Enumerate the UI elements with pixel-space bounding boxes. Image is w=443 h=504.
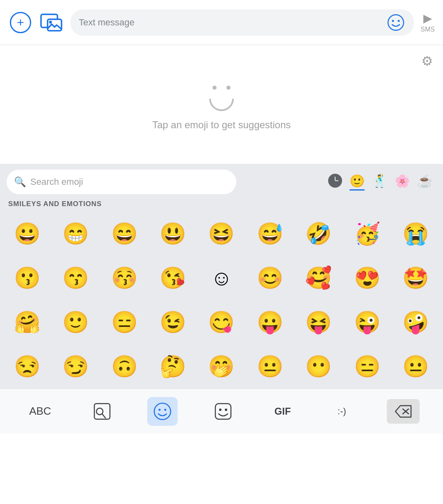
delete-icon — [394, 404, 413, 419]
suggestion-smiley — [201, 82, 242, 111]
category-tabs: 🙂 🕺 🌸 ☕ — [240, 174, 436, 191]
search-category-row: 🔍 Search emoji 🙂 🕺 🌸 ☕ — [0, 164, 443, 194]
svg-point-10 — [159, 409, 161, 411]
emoji-laughing[interactable]: 😆 — [198, 213, 245, 254]
emoji-winking-tongue[interactable]: 😜 — [343, 302, 391, 343]
suggestion-prompt: Tap an emoji to get suggestions — [152, 119, 291, 131]
emoji-rofl[interactable]: 🤣 — [295, 213, 343, 254]
svg-point-2 — [49, 20, 52, 23]
sticker-button[interactable] — [208, 397, 238, 426]
media-button[interactable] — [39, 10, 64, 35]
emoji-hearts[interactable]: 🥰 — [295, 257, 343, 298]
emoji-squinting[interactable]: 😝 — [295, 302, 343, 343]
send-arrow-icon: ▶ — [423, 11, 432, 25]
emoji-neutral2[interactable]: 😐 — [246, 346, 294, 387]
emoji-grin-big[interactable]: 😃 — [149, 213, 196, 254]
gif-label: GIF — [274, 406, 291, 417]
emoji-partying[interactable]: 🥳 — [343, 213, 391, 254]
emoji-button[interactable] — [147, 397, 178, 426]
svg-point-11 — [164, 409, 167, 411]
search-box[interactable]: 🔍 Search emoji — [7, 170, 236, 194]
svg-point-4 — [392, 20, 394, 22]
emoji-slightly-smiling[interactable]: 🙂 — [52, 302, 99, 343]
emoji-expressionless[interactable]: 😑 — [100, 302, 148, 343]
emoji-smiling[interactable]: 😊 — [246, 257, 294, 298]
emoji-no-mouth[interactable]: 😶 — [295, 346, 343, 387]
emoji-kiss-heart2[interactable]: 😘 — [149, 257, 196, 298]
emoji-kissing-heart[interactable]: 😚 — [100, 257, 148, 298]
emoji-grid-row2: 😗 😙 😚 😘 ☺️ 😊 🥰 😍 🤩 — [0, 256, 443, 300]
plus-icon: + — [10, 12, 31, 33]
search-icon: 🔍 — [14, 176, 26, 188]
emoji-sweat-smile[interactable]: 😅 — [246, 213, 294, 254]
tab-recent[interactable] — [328, 174, 342, 190]
bottom-toolbar: ABC GIF :-) — [0, 388, 443, 434]
svg-line-8 — [102, 414, 105, 418]
settings-button[interactable]: ⚙ — [421, 53, 433, 69]
tab-smileys[interactable]: 🙂 — [349, 174, 365, 191]
message-placeholder: Text message — [79, 17, 386, 28]
svg-point-14 — [225, 409, 227, 411]
emoji-keyboard: 🔍 Search emoji 🙂 🕺 🌸 ☕ SMILEYS AND EMOTI… — [0, 164, 443, 388]
emoji-shushing[interactable]: 🤭 — [198, 346, 245, 387]
emoji-grid-row3: 🤗 🙂 😑 😉 😋 😛 😝 😜 🤪 — [0, 300, 443, 344]
clock-icon — [328, 174, 342, 188]
emoji-stuck-out[interactable]: 😛 — [246, 302, 294, 343]
text-face-button[interactable]: :-) — [327, 397, 356, 426]
abc-button[interactable]: ABC — [23, 397, 57, 426]
svg-rect-12 — [215, 404, 231, 419]
emoji-wink[interactable]: 😉 — [149, 302, 196, 343]
emoji-kissing[interactable]: 😙 — [52, 257, 99, 298]
top-bar: + Text message ▶ SMS — [0, 0, 443, 45]
svg-point-3 — [388, 15, 404, 30]
svg-point-13 — [219, 409, 222, 411]
emoji-grid-row1: 😀 😁 😄 😃 😆 😅 🤣 🥳 😭 — [0, 211, 443, 256]
abc-label: ABC — [29, 405, 51, 418]
send-label: SMS — [420, 26, 435, 33]
emoji-blank[interactable]: 😐 — [392, 346, 440, 387]
search-sticker-button[interactable] — [87, 397, 117, 426]
people-icon: 🕺 — [372, 174, 387, 188]
message-input[interactable]: Text message — [71, 9, 414, 36]
suggestion-area: ⚙ Tap an emoji to get suggestions — [0, 45, 443, 164]
emoji-beaming[interactable]: 😁 — [52, 213, 99, 254]
food-icon: ☕ — [417, 174, 432, 188]
emoji-dotted[interactable]: 😑 — [343, 346, 391, 387]
emoji-neutral[interactable]: 😗 — [3, 257, 51, 298]
emoji-grid-row4: 😒 😏 🙃 🤔 🤭 😐 😶 😑 😐 — [0, 344, 443, 388]
emoji-star-eyes[interactable]: 🤩 — [392, 257, 440, 298]
search-placeholder: Search emoji — [30, 177, 83, 187]
emoji-grin[interactable]: 😄 — [100, 213, 148, 254]
emoji-heart-eyes[interactable]: 😍 — [343, 257, 391, 298]
emoji-thinking[interactable]: 🤔 — [149, 346, 196, 387]
gif-button[interactable]: GIF — [268, 397, 297, 426]
emoji-keyboard-icon — [153, 402, 172, 421]
activities-icon: 🌸 — [395, 174, 410, 188]
emoji-smirk[interactable]: 😏 — [52, 346, 99, 387]
tab-people[interactable]: 🕺 — [372, 174, 387, 191]
emoji-zany[interactable]: 🤪 — [392, 302, 440, 343]
emoji-upside-down[interactable]: 🙃 — [100, 346, 148, 387]
emoji-relaxed[interactable]: ☺️ — [198, 257, 245, 298]
emoji-grinning[interactable]: 😀 — [3, 213, 51, 254]
sticker-icon — [214, 402, 232, 420]
tab-food[interactable]: ☕ — [417, 174, 432, 191]
emoji-cry[interactable]: 😭 — [392, 213, 440, 254]
text-face-label: :-) — [338, 406, 346, 417]
tab-activities[interactable]: 🌸 — [395, 174, 410, 191]
emoji-unamused[interactable]: 😒 — [3, 346, 51, 387]
sticker-search-icon — [93, 402, 111, 420]
emoji-picker-button[interactable] — [386, 13, 406, 32]
delete-button[interactable] — [387, 399, 420, 424]
svg-point-9 — [154, 403, 171, 420]
add-button[interactable]: + — [8, 10, 33, 35]
svg-point-5 — [398, 20, 400, 22]
smiley-icon — [387, 14, 404, 31]
section-label: SMILEYS AND EMOTIONS — [0, 194, 443, 211]
media-icon — [40, 13, 63, 32]
send-button[interactable]: ▶ SMS — [420, 11, 435, 33]
smiley-cat-icon: 🙂 — [349, 174, 365, 188]
emoji-yum[interactable]: 😋 — [198, 302, 245, 343]
emoji-hugging[interactable]: 🤗 — [3, 302, 51, 343]
